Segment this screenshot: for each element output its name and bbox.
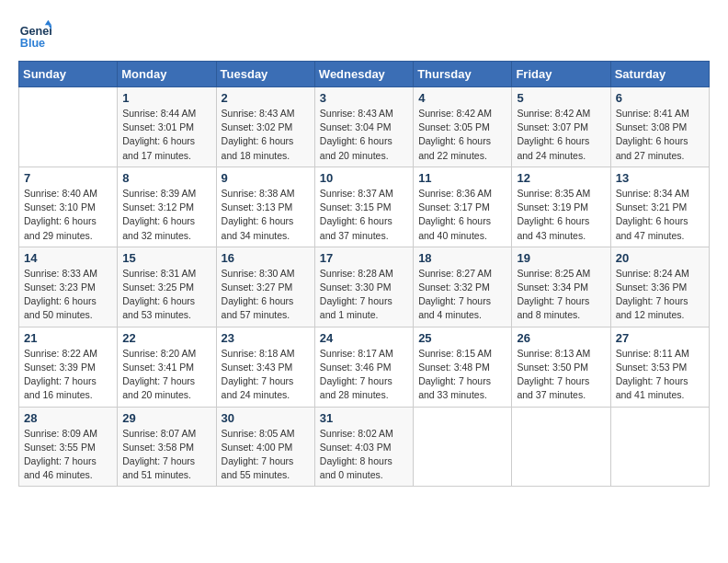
day-number: 13 (616, 171, 704, 185)
calendar-cell: 22Sunrise: 8:20 AM Sunset: 3:41 PM Dayli… (118, 327, 216, 407)
week-row-3: 14Sunrise: 8:33 AM Sunset: 3:23 PM Dayli… (19, 247, 710, 327)
calendar-cell: 18Sunrise: 8:27 AM Sunset: 3:32 PM Dayli… (414, 247, 512, 327)
day-number: 14 (24, 251, 112, 265)
calendar-cell (512, 407, 610, 487)
day-info: Sunrise: 8:36 AM Sunset: 3:17 PM Dayligh… (418, 187, 506, 243)
day-header-monday: Monday (118, 62, 216, 87)
day-info: Sunrise: 8:27 AM Sunset: 3:32 PM Dayligh… (418, 267, 506, 323)
day-header-tuesday: Tuesday (216, 62, 314, 87)
day-number: 4 (418, 91, 506, 105)
day-info: Sunrise: 8:33 AM Sunset: 3:23 PM Dayligh… (24, 267, 112, 323)
day-info: Sunrise: 8:34 AM Sunset: 3:21 PM Dayligh… (616, 187, 704, 243)
day-info: Sunrise: 8:38 AM Sunset: 3:13 PM Dayligh… (222, 187, 310, 243)
day-number: 20 (616, 251, 704, 265)
calendar-cell: 19Sunrise: 8:25 AM Sunset: 3:34 PM Dayli… (512, 247, 610, 327)
day-info: Sunrise: 8:05 AM Sunset: 4:00 PM Dayligh… (222, 427, 310, 483)
day-number: 21 (24, 331, 112, 345)
calendar-cell: 8Sunrise: 8:39 AM Sunset: 3:12 PM Daylig… (118, 167, 216, 247)
day-header-thursday: Thursday (414, 62, 512, 87)
calendar-cell: 20Sunrise: 8:24 AM Sunset: 3:36 PM Dayli… (610, 247, 709, 327)
day-info: Sunrise: 8:43 AM Sunset: 3:02 PM Dayligh… (222, 107, 310, 163)
calendar-table: SundayMondayTuesdayWednesdayThursdayFrid… (18, 61, 710, 487)
day-number: 5 (517, 91, 605, 105)
calendar-cell (19, 87, 118, 167)
day-info: Sunrise: 8:24 AM Sunset: 3:36 PM Dayligh… (616, 267, 704, 323)
week-row-1: 1Sunrise: 8:44 AM Sunset: 3:01 PM Daylig… (19, 87, 710, 167)
logo: General Blue (18, 18, 57, 52)
calendar-cell: 13Sunrise: 8:34 AM Sunset: 3:21 PM Dayli… (610, 167, 709, 247)
calendar-cell: 11Sunrise: 8:36 AM Sunset: 3:17 PM Dayli… (414, 167, 512, 247)
calendar-cell: 1Sunrise: 8:44 AM Sunset: 3:01 PM Daylig… (118, 87, 216, 167)
day-number: 3 (320, 91, 408, 105)
calendar-cell (414, 407, 512, 487)
day-info: Sunrise: 8:15 AM Sunset: 3:48 PM Dayligh… (418, 347, 506, 403)
day-number: 8 (122, 171, 210, 185)
day-number: 23 (222, 331, 310, 345)
day-number: 2 (222, 91, 310, 105)
calendar-cell: 29Sunrise: 8:07 AM Sunset: 3:58 PM Dayli… (118, 407, 216, 487)
day-info: Sunrise: 8:35 AM Sunset: 3:19 PM Dayligh… (517, 187, 605, 243)
calendar-cell: 15Sunrise: 8:31 AM Sunset: 3:25 PM Dayli… (118, 247, 216, 327)
calendar-header-row: SundayMondayTuesdayWednesdayThursdayFrid… (19, 62, 710, 87)
day-info: Sunrise: 8:11 AM Sunset: 3:53 PM Dayligh… (616, 347, 704, 403)
week-row-5: 28Sunrise: 8:09 AM Sunset: 3:55 PM Dayli… (19, 407, 710, 487)
day-info: Sunrise: 8:37 AM Sunset: 3:15 PM Dayligh… (320, 187, 408, 243)
day-number: 24 (320, 331, 408, 345)
day-number: 19 (517, 251, 605, 265)
calendar-cell: 25Sunrise: 8:15 AM Sunset: 3:48 PM Dayli… (414, 327, 512, 407)
day-info: Sunrise: 8:13 AM Sunset: 3:50 PM Dayligh… (517, 347, 605, 403)
day-number: 30 (222, 411, 310, 425)
logo-icon: General Blue (18, 18, 51, 52)
day-info: Sunrise: 8:28 AM Sunset: 3:30 PM Dayligh… (320, 267, 408, 323)
day-info: Sunrise: 8:30 AM Sunset: 3:27 PM Dayligh… (222, 267, 310, 323)
day-info: Sunrise: 8:41 AM Sunset: 3:08 PM Dayligh… (616, 107, 704, 163)
calendar-cell: 23Sunrise: 8:18 AM Sunset: 3:43 PM Dayli… (216, 327, 314, 407)
day-number: 6 (616, 91, 704, 105)
day-info: Sunrise: 8:02 AM Sunset: 4:03 PM Dayligh… (320, 427, 408, 483)
day-info: Sunrise: 8:39 AM Sunset: 3:12 PM Dayligh… (122, 187, 210, 243)
week-row-4: 21Sunrise: 8:22 AM Sunset: 3:39 PM Dayli… (19, 327, 710, 407)
day-info: Sunrise: 8:31 AM Sunset: 3:25 PM Dayligh… (122, 267, 210, 323)
calendar-cell: 28Sunrise: 8:09 AM Sunset: 3:55 PM Dayli… (19, 407, 118, 487)
day-number: 29 (122, 411, 210, 425)
calendar-cell: 9Sunrise: 8:38 AM Sunset: 3:13 PM Daylig… (216, 167, 314, 247)
day-info: Sunrise: 8:22 AM Sunset: 3:39 PM Dayligh… (24, 347, 112, 403)
day-info: Sunrise: 8:42 AM Sunset: 3:05 PM Dayligh… (418, 107, 506, 163)
day-number: 16 (222, 251, 310, 265)
calendar-cell: 3Sunrise: 8:43 AM Sunset: 3:04 PM Daylig… (314, 87, 413, 167)
day-number: 15 (122, 251, 210, 265)
calendar-cell: 12Sunrise: 8:35 AM Sunset: 3:19 PM Dayli… (512, 167, 610, 247)
svg-marker-2 (45, 20, 51, 25)
day-number: 10 (320, 171, 408, 185)
week-row-2: 7Sunrise: 8:40 AM Sunset: 3:10 PM Daylig… (19, 167, 710, 247)
calendar-cell (610, 407, 709, 487)
calendar-cell: 21Sunrise: 8:22 AM Sunset: 3:39 PM Dayli… (19, 327, 118, 407)
day-number: 18 (418, 251, 506, 265)
calendar-cell: 5Sunrise: 8:42 AM Sunset: 3:07 PM Daylig… (512, 87, 610, 167)
day-info: Sunrise: 8:18 AM Sunset: 3:43 PM Dayligh… (222, 347, 310, 403)
svg-text:Blue: Blue (20, 37, 45, 50)
calendar-cell: 17Sunrise: 8:28 AM Sunset: 3:30 PM Dayli… (314, 247, 413, 327)
day-info: Sunrise: 8:44 AM Sunset: 3:01 PM Dayligh… (122, 107, 210, 163)
calendar-cell: 10Sunrise: 8:37 AM Sunset: 3:15 PM Dayli… (314, 167, 413, 247)
page-header: General Blue (18, 18, 710, 52)
day-info: Sunrise: 8:07 AM Sunset: 3:58 PM Dayligh… (122, 427, 210, 483)
day-info: Sunrise: 8:09 AM Sunset: 3:55 PM Dayligh… (24, 427, 112, 483)
calendar-cell: 14Sunrise: 8:33 AM Sunset: 3:23 PM Dayli… (19, 247, 118, 327)
calendar-cell: 7Sunrise: 8:40 AM Sunset: 3:10 PM Daylig… (19, 167, 118, 247)
calendar-cell: 6Sunrise: 8:41 AM Sunset: 3:08 PM Daylig… (610, 87, 709, 167)
day-number: 26 (517, 331, 605, 345)
calendar-cell: 26Sunrise: 8:13 AM Sunset: 3:50 PM Dayli… (512, 327, 610, 407)
day-info: Sunrise: 8:42 AM Sunset: 3:07 PM Dayligh… (517, 107, 605, 163)
calendar-cell: 27Sunrise: 8:11 AM Sunset: 3:53 PM Dayli… (610, 327, 709, 407)
day-number: 22 (122, 331, 210, 345)
day-info: Sunrise: 8:20 AM Sunset: 3:41 PM Dayligh… (122, 347, 210, 403)
day-number: 7 (24, 171, 112, 185)
calendar-cell: 4Sunrise: 8:42 AM Sunset: 3:05 PM Daylig… (414, 87, 512, 167)
day-number: 9 (222, 171, 310, 185)
calendar-cell: 2Sunrise: 8:43 AM Sunset: 3:02 PM Daylig… (216, 87, 314, 167)
day-header-saturday: Saturday (610, 62, 709, 87)
calendar-cell: 30Sunrise: 8:05 AM Sunset: 4:00 PM Dayli… (216, 407, 314, 487)
day-number: 12 (517, 171, 605, 185)
day-header-friday: Friday (512, 62, 610, 87)
